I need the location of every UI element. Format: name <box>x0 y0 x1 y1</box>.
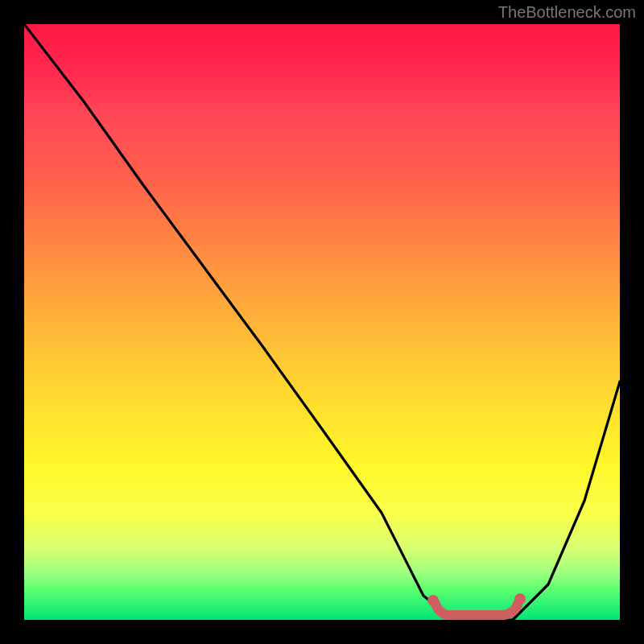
chart-container: TheBottleneck.com <box>0 0 644 644</box>
bottleneck-curve <box>24 24 620 620</box>
optimal-band-end-dot <box>514 593 526 605</box>
optimal-band <box>435 602 518 615</box>
curve-layer <box>24 24 620 620</box>
watermark-text: TheBottleneck.com <box>498 3 636 22</box>
plot-area <box>24 24 620 620</box>
optimal-band-start-dot <box>427 595 439 606</box>
